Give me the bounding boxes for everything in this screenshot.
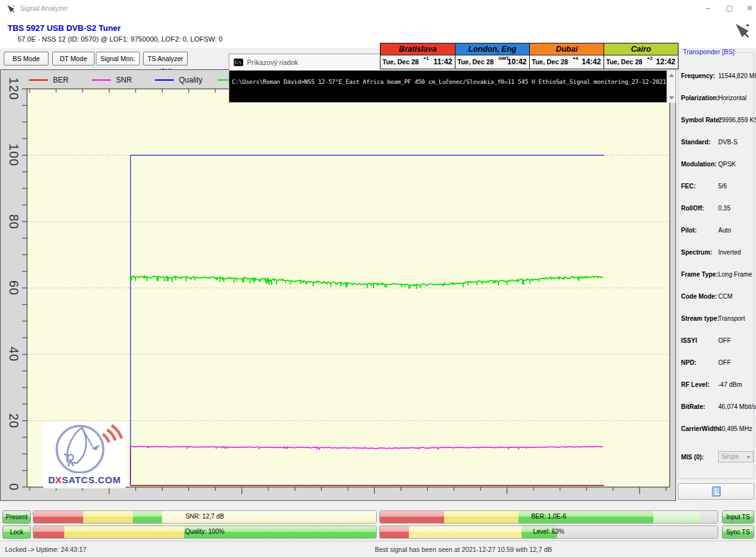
clock-date-time: Tue, Dec 28+212:42 bbox=[604, 55, 678, 69]
transponder-value: Auto bbox=[718, 227, 731, 234]
sync-ts-button[interactable]: Sync TS bbox=[722, 525, 754, 539]
transponder-value: 46,074 Mbit/s bbox=[718, 403, 756, 410]
window-header-area: Signal Analyzer – ▢ ✕ TBS 5927 USB DVB-S… bbox=[0, 0, 756, 48]
transponder-label: Stream type: bbox=[681, 315, 719, 322]
world-clocks: BratislavaTue, Dec 28+111:42London, EngT… bbox=[380, 43, 679, 69]
transponder-value: CCM bbox=[718, 293, 733, 300]
transponder-row: Polarization:Horizontal bbox=[681, 95, 753, 103]
clock-city-name: Cairo bbox=[604, 43, 678, 55]
y-axis-label: 100 bbox=[5, 144, 23, 166]
transponder-label: ISSYI bbox=[681, 337, 697, 344]
arrow-down-icon[interactable] bbox=[669, 96, 674, 100]
transponder-row: Modulation:QPSK bbox=[681, 161, 753, 169]
clock-utc-offset: +2 bbox=[647, 55, 653, 61]
transponder-value: Horizontal bbox=[718, 95, 747, 101]
console-scrollbar[interactable] bbox=[667, 71, 675, 103]
quality-meter-text: Quality: 100% bbox=[33, 528, 376, 535]
transponder-groupbox: Transponder [BS] Frequency:11544,820 MHz… bbox=[678, 52, 754, 479]
transponder-label: RollOff: bbox=[681, 205, 704, 212]
minimize-icon[interactable]: – bbox=[702, 3, 714, 14]
transponder-list-button[interactable] bbox=[678, 483, 754, 500]
transponder-label: Standard: bbox=[681, 139, 711, 146]
transponder-label: Frequency: bbox=[681, 72, 715, 79]
snr-meter-bar: SNR: 12,7 dB bbox=[33, 510, 377, 524]
transponder-label: Modulation: bbox=[681, 161, 717, 168]
y-axis-label: 80 bbox=[5, 211, 23, 233]
quality-meter-bar: Quality: 100% bbox=[33, 525, 377, 539]
y-axis-label: 0 bbox=[5, 476, 23, 498]
toolbar-button-ts-analyzer-ok[interactable]: TS Analyzer (OK) bbox=[143, 52, 188, 66]
device-title: TBS 5927 USB DVB-S2 Tuner bbox=[8, 23, 121, 33]
transponder-value: OFF bbox=[718, 337, 731, 344]
transponder-value: 0.35 bbox=[718, 205, 730, 212]
clock-london-eng: London, EngTue, Dec 28GMT10:42 bbox=[455, 43, 529, 69]
transponder-value: QPSK bbox=[718, 161, 736, 168]
transponder-value: 11544,820 MHz bbox=[718, 72, 756, 79]
close-icon[interactable]: ✕ bbox=[743, 3, 756, 14]
transponder-row: RollOff:0.35 bbox=[681, 205, 753, 214]
clock-city-name: Dubai bbox=[530, 43, 604, 55]
transponder-row: Stream type:Transport bbox=[681, 315, 753, 324]
y-axis-label: 40 bbox=[5, 343, 23, 365]
transponder-label: CarrierWidth: bbox=[681, 425, 721, 432]
clock-bratislava: BratislavaTue, Dec 28+111:42 bbox=[381, 43, 455, 69]
transponder-label: Spectrum: bbox=[681, 249, 712, 256]
transponder-value: 5/6 bbox=[718, 183, 727, 190]
transponder-value: OFF bbox=[718, 359, 731, 366]
transponder-value: Transport bbox=[718, 315, 745, 322]
ber-meter-bar: BER: 1,0E-6 bbox=[379, 510, 718, 524]
input-ts-button[interactable]: Input TS bbox=[722, 510, 754, 524]
toolbar-button-dt-mode[interactable]: DT Mode bbox=[52, 52, 94, 66]
transponder-label: MIS (0): bbox=[681, 454, 704, 461]
transponder-label: BitRate: bbox=[681, 403, 705, 410]
titlebar: Signal Analyzer – ▢ ✕ bbox=[0, 0, 756, 18]
transponder-value: 29996,859 KS/s bbox=[718, 117, 756, 123]
clock-date-time: Tue, Dec 28+414:42 bbox=[530, 55, 604, 69]
toolbar-button-bs-mode[interactable]: BS Mode bbox=[4, 52, 49, 66]
transponder-label: Polarization: bbox=[681, 95, 719, 101]
transponder-value: -47 dBm bbox=[718, 381, 742, 388]
clock-date: Tue, Dec 28 bbox=[457, 58, 494, 66]
signal-analyzer-window: Signal Analyzer – ▢ ✕ TBS 5927 USB DVB-S… bbox=[0, 0, 756, 557]
dxsatcs-logo-text: DXSATCS.COM bbox=[42, 474, 127, 486]
mis-select[interactable]: Single bbox=[718, 451, 753, 462]
snr-meter-text: SNR: 12,7 dB bbox=[33, 513, 376, 520]
command-line-text: C:\Users\Roman Dávid>NSS 12-57°E_East Af… bbox=[232, 78, 667, 85]
dxsatcs-dish-graphic bbox=[42, 422, 127, 473]
transponder-row: CarrierWidth:40,495 MHz bbox=[681, 425, 753, 434]
lock-button[interactable]: Lock bbox=[3, 525, 31, 539]
signal-chart: BERSNRQualityLevel 020406080100120 DXSAT… bbox=[0, 69, 676, 501]
dxsatcs-logo: DXSATCS.COM bbox=[42, 422, 127, 488]
clock-dubai: DubaiTue, Dec 28+414:42 bbox=[529, 43, 604, 69]
arrow-up-icon[interactable] bbox=[669, 74, 674, 77]
lock-uptime-status: Locked -> Uptime: 24:43:17 bbox=[5, 546, 86, 553]
transponder-row: Standard:DVB-S bbox=[681, 139, 753, 147]
maximize-icon[interactable]: ▢ bbox=[723, 3, 736, 14]
level-meter-bar: Level: 63% bbox=[379, 525, 718, 539]
clock-date-time: Tue, Dec 28+111:42 bbox=[381, 55, 455, 69]
transponder-label: FEC: bbox=[681, 183, 696, 190]
y-axis-label: 20 bbox=[5, 410, 23, 432]
transponder-row: Frame Type:Long Frame bbox=[681, 271, 753, 280]
present-button[interactable]: Present bbox=[3, 510, 31, 524]
transponder-value: Long Frame bbox=[718, 271, 752, 278]
transponder-label: Code Mode: bbox=[681, 293, 717, 300]
clock-time: 14:42 bbox=[581, 57, 601, 66]
transponder-value: DVB-S bbox=[718, 139, 738, 146]
transponder-panel: Transponder [BS] Frequency:11544,820 MHz… bbox=[677, 47, 755, 504]
satellite-dish-icon bbox=[6, 4, 16, 14]
clock-date: Tue, Dec 28 bbox=[606, 58, 643, 66]
cmd-prompt-icon: C:\ bbox=[234, 59, 243, 66]
clock-cairo: CairoTue, Dec 28+212:42 bbox=[604, 43, 678, 69]
best-signal-status: Best signal has been seen at 2021-12-27 … bbox=[375, 546, 552, 553]
transponder-row: Pilot:Auto bbox=[681, 227, 753, 236]
command-prompt-title: Príkazový riadok bbox=[247, 59, 298, 66]
toolbar-button-signal-mon[interactable]: Signal Mon. bbox=[96, 52, 140, 66]
chevron-down-icon bbox=[747, 456, 750, 459]
status-bar: Locked -> Uptime: 24:43:17 Best signal h… bbox=[0, 541, 756, 557]
transponder-value: 40,495 MHz bbox=[718, 425, 752, 432]
clock-date: Tue, Dec 28 bbox=[382, 58, 419, 66]
transponder-value: Inverted bbox=[718, 249, 741, 256]
window-title: Signal Analyzer bbox=[20, 4, 68, 12]
clock-utc-offset: +1 bbox=[423, 55, 429, 61]
